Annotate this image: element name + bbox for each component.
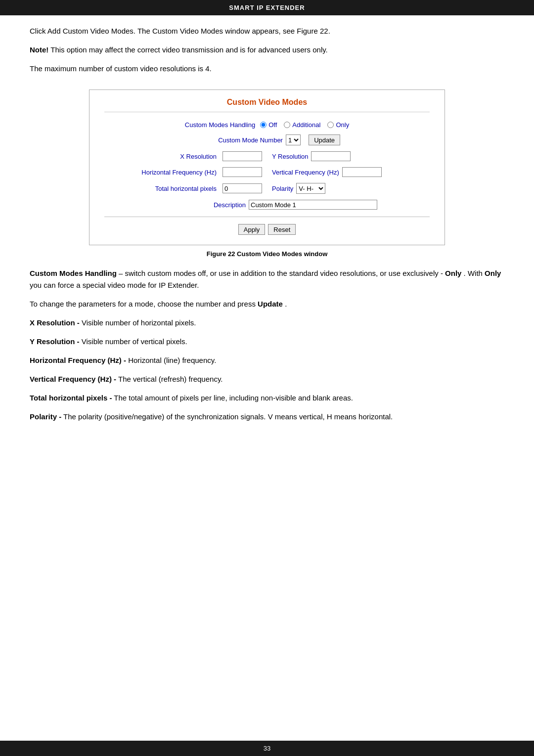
h-freq-input[interactable] — [222, 167, 262, 177]
custom-mode-number-row: Custom Mode Number 1 2 3 4 Update — [104, 134, 430, 145]
term-x-res: X Resolution - — [30, 318, 80, 327]
note-bold: Note! — [30, 45, 48, 54]
header-title: SMART IP EXTENDER — [229, 4, 305, 11]
desc-polarity: Polarity - The polarity (positive/negati… — [30, 411, 504, 423]
cvm-title: Custom Video Modes — [104, 98, 430, 112]
x-resolution-label: X Resolution — [128, 153, 217, 160]
custom-mode-number-label: Custom Mode Number — [194, 136, 283, 144]
custom-mode-number-select[interactable]: 1 2 3 4 — [286, 134, 301, 145]
desc-v-freq: Vertical Frequency (Hz) - The vertical (… — [30, 373, 504, 385]
box-divider — [104, 217, 430, 217]
polarity-select[interactable]: V- H- V+ H+ V- H+ V+ H- — [296, 183, 325, 194]
update-button[interactable]: Update — [309, 134, 340, 145]
y-resolution-label: Y Resolution — [272, 153, 308, 160]
x-resolution-input[interactable] — [222, 151, 262, 161]
radio-additional-label[interactable]: Additional — [284, 121, 320, 129]
term-v-freq: Vertical Frequency (Hz) - — [30, 375, 116, 383]
radio-off[interactable] — [260, 122, 267, 128]
description-row: Description — [104, 200, 430, 210]
total-h-pixels-input[interactable] — [222, 183, 262, 193]
totalpixels-polarity-row: Total horizontal pixels Polarity V- H- V… — [104, 183, 430, 194]
term-update: Update — [258, 300, 283, 308]
note-paragraph: Note! This option may affect the correct… — [30, 44, 504, 56]
total-h-pixels-label: Total horizontal pixels — [128, 185, 217, 192]
desc-total-h-pixels: Total horizontal pixels - The total amou… — [30, 392, 504, 404]
radio-off-label[interactable]: Off — [260, 121, 277, 129]
reset-button[interactable]: Reset — [268, 224, 296, 235]
term-polarity: Polarity - — [30, 412, 61, 421]
custom-video-modes-box: Custom Video Modes Custom Modes Handling… — [89, 89, 445, 245]
page-number: 33 — [264, 745, 270, 752]
desc-x-res: X Resolution - Visible number of horizon… — [30, 317, 504, 329]
term-total-h-pixels: Total horizontal pixels - — [30, 394, 112, 402]
footer-bar: 33 — [0, 741, 534, 756]
desc-update: To change the parameters for a mode, cho… — [30, 298, 504, 310]
h-freq-label: Horizontal Frequency (Hz) — [128, 169, 217, 176]
custom-modes-handling-row: Custom Modes Handling Off Additional Onl… — [104, 121, 430, 129]
v-freq-label: Vertical Frequency (Hz) — [272, 169, 339, 176]
term-custom-modes: Custom Modes Handling — [30, 269, 117, 277]
custom-modes-radio-group: Off Additional Only — [260, 121, 349, 129]
max-resolutions-text: The maximum number of custom video resol… — [30, 63, 504, 75]
custom-modes-handling-label: Custom Modes Handling — [185, 121, 255, 129]
description-input[interactable] — [249, 200, 377, 210]
polarity-label: Polarity — [272, 185, 293, 192]
page-header: SMART IP EXTENDER — [0, 0, 534, 15]
term-y-res: Y Resolution - — [30, 337, 80, 346]
desc-h-freq: Horizontal Frequency (Hz) - Horizontal (… — [30, 355, 504, 366]
term-only-2: Only — [485, 269, 501, 277]
radio-additional[interactable] — [284, 122, 290, 128]
frequency-row: Horizontal Frequency (Hz) Vertical Frequ… — [104, 167, 430, 177]
radio-only-label[interactable]: Only — [327, 121, 349, 129]
y-resolution-input[interactable] — [311, 151, 351, 161]
note-text: This option may affect the correct video… — [48, 45, 327, 54]
resolution-row: X Resolution Y Resolution — [104, 151, 430, 161]
apply-button[interactable]: Apply — [238, 224, 266, 235]
figure-caption: Figure 22 Custom Video Modes window — [30, 250, 504, 258]
button-row: Apply Reset — [104, 224, 430, 235]
intro-paragraph: Click Add Custom Video Modes. The Custom… — [30, 25, 504, 37]
term-h-freq: Horizontal Frequency (Hz) - — [30, 356, 126, 364]
v-freq-input[interactable] — [342, 167, 382, 177]
term-only-1: Only — [445, 269, 461, 277]
descriptions-section: Custom Modes Handling – switch custom mo… — [30, 267, 504, 423]
desc-y-res: Y Resolution - Visible number of vertica… — [30, 336, 504, 348]
desc-custom-modes-handling: Custom Modes Handling – switch custom mo… — [30, 267, 504, 291]
main-content: Click Add Custom Video Modes. The Custom… — [0, 15, 534, 741]
description-label: Description — [157, 201, 246, 209]
radio-only[interactable] — [327, 122, 334, 128]
